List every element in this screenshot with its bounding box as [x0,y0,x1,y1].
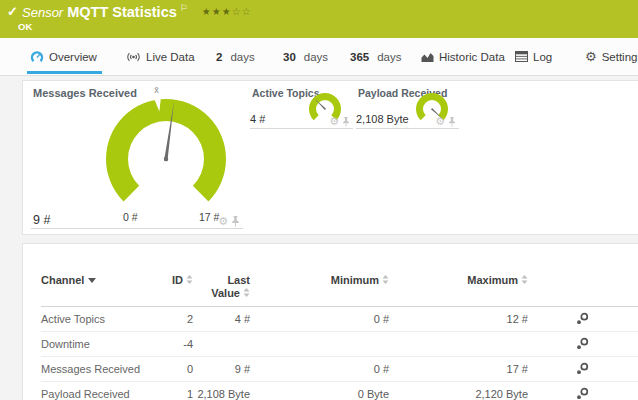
channel-maximum: 17 # [389,357,528,382]
channel-table-panel: Channel ID LastValue Minimum Maximum Act… [22,243,638,400]
stars-filled[interactable]: ★★★ [202,6,232,17]
gauge-tile-actions: ⚙ [329,116,350,127]
gauge-min-label: 0 # [123,211,138,223]
gear-icon[interactable]: ⚙ [218,216,228,227]
table-row[interactable]: Downtime -4 [41,332,638,357]
column-header-last-value[interactable]: LastValue [193,260,250,307]
table-row[interactable]: Messages Received 0 9 # 0 # 17 # [41,357,638,382]
column-header-maximum[interactable]: Maximum [389,260,528,307]
tab-label-number: 365 [350,51,369,63]
gauge-current-value: 4 # [250,113,265,125]
area-chart-icon [421,51,434,63]
channel-name[interactable]: Payload Received [41,382,153,400]
sort-icon [521,275,528,284]
tab-30-days[interactable]: 30 days [283,38,328,75]
tab-label: days [230,51,254,63]
tab-bar: Overview Live Data 2 days 30 days 365 [0,38,638,76]
column-label: Channel [41,274,84,286]
flag-icon[interactable]: ⚐ [180,3,188,13]
tab-label-number: 2 [216,51,222,63]
column-label: Value [211,287,240,299]
gauge-tile-actions: ⚙ [218,216,240,227]
tab-settings[interactable]: ⚙ Settings [585,38,638,75]
table-header-row: Channel ID LastValue Minimum Maximum [41,260,638,307]
edit-channel-icon[interactable] [576,387,589,400]
tab-label: Live Data [146,51,195,63]
sensor-kind-label: Sensor [22,5,63,20]
sort-icon [186,275,193,284]
sensor-status-text: OK [18,21,32,32]
channel-last-value: 9 # [193,357,250,382]
channel-name[interactable]: Messages Received [41,357,153,382]
tab-label: days [377,51,401,63]
channel-maximum: 12 # [389,307,528,332]
sensor-title-row: SensorMQTT Statistics⚐★★★☆☆ [22,3,252,21]
channel-maximum [389,332,528,357]
log-table-icon [515,51,528,62]
table-row[interactable]: Payload Received 1 2,108 Byte 0 Byte 2,1… [41,382,638,400]
gauges-panel: Messages Received x̄ 0 # 17 # 9 # ⚙ Acti [22,80,638,235]
status-check-icon: ✓ [7,4,18,19]
pin-icon[interactable] [342,117,350,127]
column-header-channel[interactable]: Channel [41,260,153,307]
tab-overview[interactable]: Overview [30,38,97,75]
gear-icon[interactable]: ⚙ [435,116,445,127]
gear-icon: ⚙ [585,50,597,63]
column-header-minimum[interactable]: Minimum [250,260,389,307]
tab-365-days[interactable]: 365 days [350,38,401,75]
tab-2-days[interactable]: 2 days [216,38,255,75]
broadcast-icon [126,51,141,63]
pin-icon[interactable] [231,216,240,227]
channel-table: Channel ID LastValue Minimum Maximum Act… [41,260,638,400]
tab-label: Log [533,51,552,63]
channel-name[interactable]: Active Topics [41,307,153,332]
column-header-edit [528,260,638,307]
gauge-tile-active-topics: Active Topics 4 # ⚙ [250,87,353,129]
edit-channel-icon[interactable] [576,362,589,375]
channel-minimum: 0 # [250,357,389,382]
edit-channel-icon[interactable] [576,312,589,325]
messages-received-gauge: x̄ [96,81,236,211]
sort-caret-down-icon [88,278,96,283]
channel-last-value: 2,108 Byte [193,382,250,400]
channel-last-value: 4 # [193,307,250,332]
tab-label: Settings [602,51,638,63]
tab-log[interactable]: Log [515,38,552,75]
channel-id: 2 [153,307,193,332]
channel-last-value [193,332,250,357]
column-header-id[interactable]: ID [153,260,193,307]
tab-label: Historic Data [439,51,505,63]
sensor-header: ✓ SensorMQTT Statistics⚐★★★☆☆ OK [0,0,638,38]
channel-id: -4 [153,332,193,357]
table-row[interactable]: Active Topics 2 4 # 0 # 12 # [41,307,638,332]
priority-stars[interactable]: ★★★☆☆ [202,6,252,17]
prtg-sensor-page: ✓ SensorMQTT Statistics⚐★★★☆☆ OK Overvie… [0,0,638,400]
tab-label: days [304,51,328,63]
needle-hub [164,157,168,161]
stars-empty[interactable]: ☆☆ [232,6,252,17]
channel-name[interactable]: Downtime [41,332,153,357]
average-marker-label: x̄ [154,85,159,95]
gauge-current-value: 9 # [33,213,50,227]
channel-minimum: 0 # [250,307,389,332]
column-label: Minimum [331,274,379,286]
pin-icon[interactable] [448,117,456,127]
sort-icon [243,288,250,297]
channel-maximum: 2,120 Byte [389,382,528,400]
tab-label: Overview [49,51,97,63]
tab-live-data[interactable]: Live Data [126,38,195,75]
channel-id: 1 [153,382,193,400]
tab-label-number: 30 [283,51,296,63]
channel-id: 0 [153,357,193,382]
channel-minimum: 0 Byte [250,382,389,400]
gauge-tile-payload-received: Payload Received 2,108 Byte ⚙ [356,87,459,129]
gauge-icon [30,50,44,63]
gear-icon[interactable]: ⚙ [329,116,339,127]
channel-minimum [250,332,389,357]
tab-historic-data[interactable]: Historic Data [421,38,505,75]
column-label: Last [227,274,250,286]
column-label: Maximum [467,274,518,286]
edit-channel-icon[interactable] [576,337,589,350]
gauge-max-label: 17 # [199,211,219,223]
gauge-tile-messages-received: Messages Received x̄ 0 # 17 # 9 # ⚙ [31,87,243,229]
